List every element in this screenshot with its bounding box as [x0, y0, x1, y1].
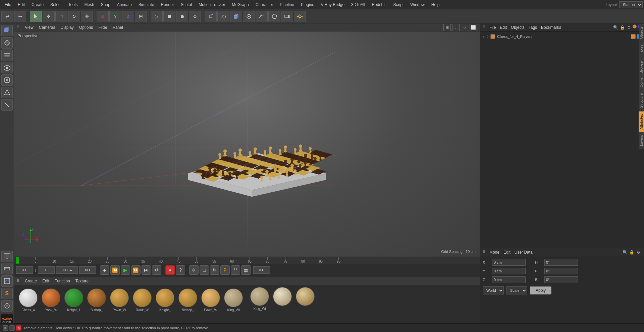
- redo-button[interactable]: ↪: [14, 11, 26, 22]
- snap-btn[interactable]: ✥: [189, 265, 199, 275]
- material-item-1[interactable]: Rook_W: [40, 288, 62, 312]
- viewport-menu-options[interactable]: Options: [79, 25, 93, 30]
- apply-button[interactable]: Apply: [530, 286, 551, 294]
- current-frame-input[interactable]: [16, 266, 33, 274]
- goto-end-btn[interactable]: ⏭: [142, 265, 151, 275]
- scene-object-chess[interactable]: ▸ 0 Chess_for_4_Players: [481, 33, 643, 40]
- material-item-0[interactable]: Chess_4: [17, 288, 39, 312]
- menu-edit[interactable]: Edit: [14, 1, 28, 8]
- material-item-9[interactable]: King_Wi: [223, 288, 244, 312]
- param-btn[interactable]: P: [220, 265, 230, 275]
- viewport-menu-cameras[interactable]: Cameras: [39, 25, 55, 30]
- menu-create[interactable]: Create: [28, 1, 47, 8]
- start-frame-input[interactable]: [38, 266, 55, 274]
- viewport-menu-display[interactable]: Display: [60, 25, 73, 30]
- spline-btn[interactable]: [256, 11, 268, 22]
- viewport-menu-filter[interactable]: Filter: [98, 25, 107, 30]
- status-x-btn[interactable]: ✕: [16, 325, 21, 331]
- attr-menu-userdata[interactable]: User Data: [515, 250, 533, 255]
- graph-view-btn[interactable]: [1, 275, 13, 287]
- camera-btn[interactable]: [281, 11, 293, 22]
- polygon-btn[interactable]: [268, 11, 280, 22]
- perspective-cube-btn[interactable]: [205, 11, 217, 22]
- next-frame-btn[interactable]: ⏩: [131, 265, 141, 275]
- tab-attributes[interactable]: Attributes: [639, 111, 644, 132]
- status-icon-2[interactable]: □: [9, 325, 15, 331]
- material-item-5[interactable]: Rook_W: [131, 288, 153, 312]
- tab-layers[interactable]: Layers: [639, 132, 644, 149]
- attr-search-icon[interactable]: 🔍: [622, 249, 628, 255]
- menu-mesh[interactable]: Mesh: [81, 1, 97, 8]
- end-frame-input[interactable]: [56, 266, 78, 274]
- object-mode-btn[interactable]: [1, 74, 13, 86]
- loop-btn[interactable]: ↺: [152, 265, 161, 275]
- prev-frame-btn[interactable]: ⏪: [110, 265, 120, 275]
- x-pos-input[interactable]: [492, 259, 526, 266]
- tab-takes[interactable]: Takes: [639, 42, 644, 57]
- viewport-ctrl-3[interactable]: ○: [461, 24, 468, 31]
- obj-menu-file[interactable]: File: [489, 25, 496, 30]
- menu-motion-tracker[interactable]: Motion Tracker: [195, 1, 228, 8]
- material-item-8[interactable]: Pawn_W: [200, 288, 221, 312]
- obj-search-icon[interactable]: 🔍: [612, 24, 619, 30]
- tab-structure[interactable]: Structure: [639, 90, 644, 111]
- max-frame-input[interactable]: [79, 266, 96, 274]
- timeline-ruler[interactable]: (function() { const container = document…: [14, 257, 480, 264]
- keyframe-button[interactable]: ⏹: [163, 11, 175, 22]
- obj-menu-objects[interactable]: Objects: [511, 25, 525, 30]
- layers-btn[interactable]: [1, 50, 13, 61]
- menu-pipeline[interactable]: Pipeline: [276, 1, 298, 8]
- playback-button[interactable]: ⏺: [176, 11, 188, 22]
- select-btn[interactable]: □: [200, 265, 209, 275]
- material-item-6[interactable]: Knight_: [154, 288, 176, 312]
- menu-sculpt[interactable]: Sculpt: [177, 1, 195, 8]
- mesh-edit-btn[interactable]: [1, 37, 13, 49]
- layout-dropdown[interactable]: Startup: [619, 1, 643, 8]
- frame-counter-input[interactable]: [253, 266, 270, 274]
- menu-help[interactable]: Help: [428, 1, 443, 8]
- viewport-ctrl-2[interactable]: ↕: [452, 24, 460, 31]
- material-menu-texture[interactable]: Texture: [75, 279, 89, 283]
- tab-objects[interactable]: Objects: [639, 23, 644, 42]
- viewport-ctrl-1[interactable]: ⊞: [443, 24, 451, 31]
- viewport-3d[interactable]: Perspective Grid Spacing : 10 cm Y X: [14, 31, 480, 257]
- viewport-menu-view[interactable]: View: [25, 25, 34, 30]
- menu-window[interactable]: Window: [407, 1, 428, 8]
- paint-tool-btn[interactable]: [217, 11, 229, 22]
- snap-settings-btn[interactable]: [1, 62, 13, 73]
- info-btn[interactable]: ?: [176, 265, 185, 275]
- select-tool-button[interactable]: [30, 11, 42, 22]
- tab-content-browser[interactable]: Content Browser: [639, 57, 644, 90]
- scale-dropdown[interactable]: Scale: [506, 286, 527, 294]
- obj-menu-edit[interactable]: Edit: [500, 25, 507, 30]
- rotate-tool-button[interactable]: ↻: [68, 11, 80, 22]
- z-axis-button[interactable]: Z: [122, 11, 134, 22]
- material-item-7[interactable]: Bishop_: [177, 288, 199, 312]
- world-axis-button[interactable]: ⊞: [135, 11, 147, 22]
- dots-btn[interactable]: ⠿: [231, 265, 240, 275]
- menu-render[interactable]: Render: [158, 1, 177, 8]
- settings-button[interactable]: ⚙: [189, 11, 201, 22]
- viewport-ctrl-4[interactable]: ⬜: [470, 24, 477, 31]
- record-button[interactable]: ▷: [151, 11, 163, 22]
- material-item-row2-1[interactable]: [294, 287, 316, 311]
- line-mode-btn[interactable]: [1, 99, 13, 111]
- record-btn[interactable]: ●: [165, 265, 175, 275]
- b-rot-input[interactable]: [544, 276, 578, 283]
- obj-menu-bookmarks[interactable]: Bookmarks: [541, 25, 561, 30]
- p-rot-input[interactable]: [544, 268, 578, 274]
- viewport-menu-panel[interactable]: Panel: [113, 25, 123, 30]
- material-item-2[interactable]: Knight_1: [63, 288, 85, 312]
- menu-script[interactable]: Script: [390, 1, 407, 8]
- y-axis-button[interactable]: Y: [109, 11, 121, 22]
- x-axis-button[interactable]: X: [97, 11, 109, 22]
- scale-tool-button[interactable]: □: [55, 11, 67, 22]
- cube-add-btn[interactable]: [230, 11, 242, 22]
- menu-file[interactable]: File: [1, 1, 14, 8]
- menu-vray[interactable]: V-Ray Bridge: [317, 1, 348, 8]
- attr-menu-mode[interactable]: Mode: [489, 250, 499, 255]
- menu-simulate[interactable]: Simulate: [135, 1, 158, 8]
- menu-select[interactable]: Select: [47, 1, 65, 8]
- obj-menu-tags[interactable]: Tags: [529, 25, 537, 30]
- menu-tools[interactable]: Tools: [65, 1, 81, 8]
